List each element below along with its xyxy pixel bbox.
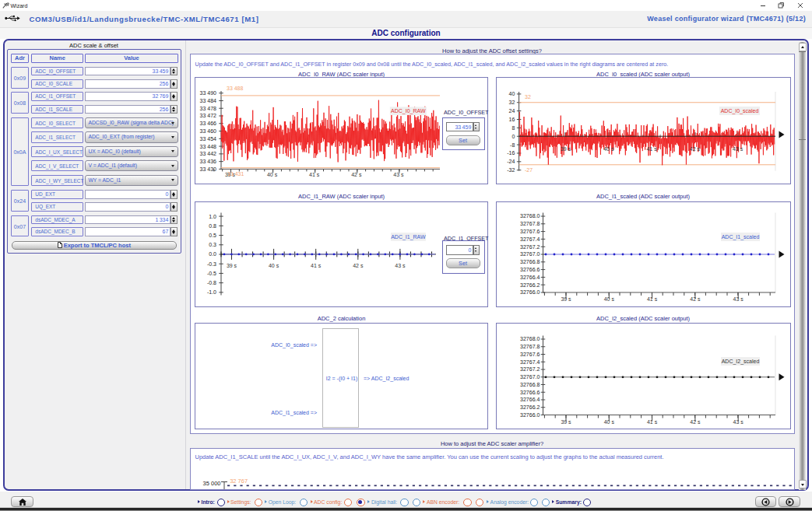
- svg-text:43 s: 43 s: [733, 418, 744, 424]
- svg-text:ADC_I0_scaled =>: ADC_I0_scaled =>: [271, 341, 317, 348]
- svg-text:1.0: 1.0: [209, 213, 216, 219]
- svg-text:32768.0: 32768.0: [520, 336, 540, 341]
- svg-text:40 s: 40 s: [603, 146, 614, 152]
- svg-text:0.5: 0.5: [209, 233, 216, 238]
- svg-text:40 s: 40 s: [267, 172, 278, 177]
- svg-text:33 436: 33 436: [200, 159, 217, 164]
- svg-text:41 s: 41 s: [309, 172, 320, 177]
- svg-text:32767.2: 32767.2: [520, 243, 540, 249]
- svg-text:40 s: 40 s: [604, 418, 615, 424]
- svg-text:41 s: 41 s: [647, 418, 658, 424]
- svg-text:42 s: 42 s: [353, 263, 364, 268]
- svg-text:-24: -24: [507, 159, 515, 164]
- svg-text:33 466: 33 466: [200, 121, 217, 126]
- svg-text:33 490: 33 490: [200, 90, 217, 96]
- svg-text:32766.0: 32766.0: [520, 411, 540, 417]
- svg-text:32767.6: 32767.6: [520, 351, 540, 356]
- svg-text:32767.6: 32767.6: [520, 229, 540, 234]
- svg-text:39 s: 39 s: [227, 263, 237, 268]
- svg-text:32766.2: 32766.2: [520, 404, 540, 410]
- svg-text:32766.0: 32766.0: [520, 289, 540, 295]
- svg-text:32766.4: 32766.4: [520, 397, 540, 402]
- svg-text:ADC_I1_scaled =>: ADC_I1_scaled =>: [271, 410, 317, 416]
- svg-text:32767.0: 32767.0: [520, 251, 540, 257]
- svg-text:43 s: 43 s: [393, 172, 404, 177]
- svg-text:32766.2: 32766.2: [520, 282, 540, 287]
- svg-text:33 488: 33 488: [227, 86, 244, 91]
- svg-text:41 s: 41 s: [311, 263, 322, 268]
- svg-text:42 s: 42 s: [690, 418, 701, 424]
- svg-text:-27: -27: [525, 167, 533, 173]
- svg-text:43 s: 43 s: [395, 263, 406, 268]
- svg-text:42 s: 42 s: [351, 172, 362, 177]
- svg-text:32: 32: [509, 100, 515, 105]
- svg-text:16: 16: [509, 117, 515, 122]
- svg-text:8: 8: [511, 125, 515, 131]
- svg-text:32767.4: 32767.4: [520, 236, 540, 241]
- svg-text:ADC_I0_scaled: ADC_I0_scaled: [721, 108, 759, 114]
- svg-text:43 s: 43 s: [733, 146, 743, 152]
- svg-text:32767.0: 32767.0: [520, 374, 540, 380]
- svg-text:33 448: 33 448: [200, 144, 217, 149]
- svg-text:0: 0: [511, 134, 515, 139]
- svg-text:33 472: 33 472: [200, 113, 217, 118]
- svg-text:41 s: 41 s: [646, 146, 657, 152]
- svg-text:32767.8: 32767.8: [520, 221, 540, 226]
- svg-text:33 431: 33 431: [227, 171, 244, 177]
- svg-text:33 484: 33 484: [200, 98, 217, 103]
- svg-text:42 s: 42 s: [690, 146, 701, 152]
- svg-text:32766.6: 32766.6: [520, 389, 540, 394]
- svg-text:40: 40: [509, 91, 515, 96]
- svg-text:39 s: 39 s: [561, 296, 571, 302]
- svg-text:-0.3: -0.3: [207, 261, 216, 266]
- svg-text:32766.8: 32766.8: [520, 259, 540, 264]
- svg-text:-1.0: -1.0: [207, 289, 216, 295]
- svg-text:40 s: 40 s: [604, 296, 615, 302]
- svg-text:32766.6: 32766.6: [520, 267, 540, 272]
- svg-text:33 442: 33 442: [200, 151, 217, 156]
- svg-text:41 s: 41 s: [647, 296, 658, 302]
- svg-text:40 s: 40 s: [269, 263, 279, 268]
- svg-text:0.0: 0.0: [209, 251, 216, 257]
- svg-text:ADC_I1_RAW: ADC_I1_RAW: [391, 234, 426, 240]
- svg-text:0.3: 0.3: [209, 242, 216, 247]
- svg-text:32766.8: 32766.8: [520, 381, 540, 387]
- svg-text:0.8: 0.8: [209, 222, 216, 228]
- svg-text:I2 = -(I0 + I1): I2 = -(I0 + I1): [326, 376, 357, 382]
- svg-text:32766.4: 32766.4: [520, 274, 540, 279]
- svg-text:-16: -16: [507, 150, 515, 156]
- svg-text:39 s: 39 s: [561, 418, 571, 424]
- svg-text:33 454: 33 454: [200, 136, 217, 142]
- svg-text:ADC_I2_scaled: ADC_I2_scaled: [722, 359, 760, 365]
- svg-text:33 460: 33 460: [200, 128, 217, 134]
- svg-text:-0.5: -0.5: [207, 270, 216, 275]
- svg-text:43 s: 43 s: [733, 296, 744, 302]
- svg-text:24: 24: [509, 108, 515, 114]
- svg-text:=> ADC_I2_scaled: => ADC_I2_scaled: [364, 376, 409, 382]
- svg-text:32767.4: 32767.4: [520, 359, 540, 364]
- svg-text:-8: -8: [510, 142, 515, 148]
- svg-text:32: 32: [525, 94, 531, 100]
- svg-text:32767.2: 32767.2: [520, 366, 540, 372]
- svg-text:33 478: 33 478: [200, 106, 217, 111]
- svg-text:32767.8: 32767.8: [520, 344, 540, 349]
- svg-text:-0.8: -0.8: [207, 280, 216, 285]
- svg-text:39 s: 39 s: [561, 146, 571, 152]
- svg-text:-32: -32: [507, 167, 515, 173]
- svg-text:ADC_I1_scaled: ADC_I1_scaled: [722, 234, 760, 240]
- svg-text:ADC_I0_RAW: ADC_I0_RAW: [391, 108, 426, 114]
- svg-text:32768.0: 32768.0: [520, 213, 540, 219]
- svg-text:42 s: 42 s: [690, 296, 701, 302]
